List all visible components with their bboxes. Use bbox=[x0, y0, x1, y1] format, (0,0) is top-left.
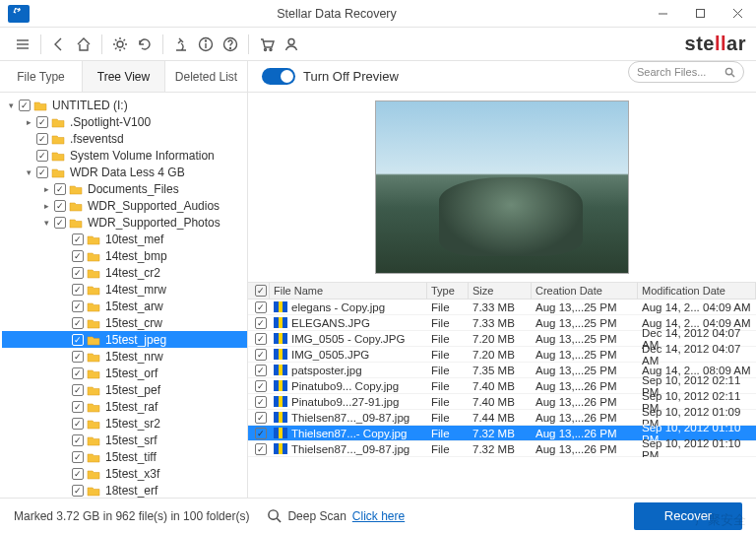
deep-scan-link[interactable]: Click here bbox=[352, 509, 405, 523]
table-row[interactable]: elegans - Copy.jpgFile7.33 MBAug 13,...2… bbox=[248, 300, 756, 315]
tree-node[interactable]: 14test_mrw bbox=[2, 281, 247, 298]
column-headers[interactable]: File Name Type Size Creation Date Modifi… bbox=[248, 283, 756, 300]
tree-checkbox[interactable] bbox=[72, 418, 84, 430]
row-checkbox[interactable] bbox=[255, 412, 267, 424]
tree-node[interactable]: 15test_srf bbox=[2, 432, 247, 448]
cart-icon[interactable] bbox=[256, 33, 278, 55]
tree-node[interactable]: 15test_jpeg bbox=[2, 331, 247, 348]
tree-checkbox[interactable] bbox=[54, 217, 66, 229]
tree-checkbox[interactable] bbox=[72, 250, 84, 262]
col-created[interactable]: Creation Date bbox=[532, 283, 638, 299]
close-button[interactable] bbox=[719, 0, 756, 27]
twist-icon[interactable]: ▾ bbox=[41, 218, 51, 228]
tree-checkbox[interactable] bbox=[54, 183, 66, 195]
tree-checkbox[interactable] bbox=[72, 284, 84, 296]
col-modified[interactable]: Modification Date bbox=[638, 283, 756, 299]
tree-checkbox[interactable] bbox=[72, 317, 84, 329]
row-checkbox[interactable] bbox=[255, 317, 267, 329]
home-icon[interactable] bbox=[73, 33, 94, 55]
tab-file-type[interactable]: File Type bbox=[0, 61, 83, 92]
maximize-button[interactable] bbox=[681, 0, 719, 27]
tree-checkbox[interactable] bbox=[72, 334, 84, 346]
tree-node[interactable]: .fseventsd bbox=[2, 130, 247, 147]
tree-checkbox[interactable] bbox=[36, 116, 48, 128]
row-checkbox[interactable] bbox=[255, 365, 267, 376]
tree-node[interactable]: ▾WDR Data Less 4 GB bbox=[2, 164, 247, 180]
row-checkbox[interactable] bbox=[255, 349, 267, 361]
twist-icon[interactable]: ▾ bbox=[24, 167, 33, 177]
folder-tree[interactable]: ▾UNTITLED (I:)▸.Spotlight-V100.fseventsd… bbox=[0, 93, 248, 498]
tree-checkbox[interactable] bbox=[72, 451, 84, 463]
tree-checkbox[interactable] bbox=[72, 351, 84, 363]
tree-checkbox[interactable] bbox=[72, 434, 84, 446]
tree-checkbox[interactable] bbox=[54, 200, 66, 212]
twist-icon[interactable]: ▸ bbox=[24, 117, 33, 127]
tab-tree-view[interactable]: Tree View bbox=[83, 61, 165, 92]
tree-checkbox[interactable] bbox=[72, 267, 84, 279]
user-icon[interactable] bbox=[281, 33, 302, 55]
tree-node[interactable]: 15test_crw bbox=[2, 314, 247, 331]
tree-node[interactable]: 15test_nrw bbox=[2, 348, 247, 365]
info-icon[interactable] bbox=[195, 33, 217, 55]
help-icon[interactable] bbox=[220, 33, 241, 55]
recover-button[interactable]: Recover bbox=[634, 502, 742, 530]
table-row[interactable]: IMG_0505.JPGFile7.20 MBAug 13,...25 PMDe… bbox=[248, 347, 756, 363]
tree-node[interactable]: 15test_sr2 bbox=[2, 415, 247, 432]
row-checkbox[interactable] bbox=[255, 380, 267, 392]
row-checkbox[interactable] bbox=[255, 333, 267, 345]
tree-node[interactable]: 15test_raf bbox=[2, 398, 247, 415]
tree-checkbox[interactable] bbox=[36, 133, 48, 145]
tree-checkbox[interactable] bbox=[72, 233, 84, 245]
tree-node[interactable]: 14test_bmp bbox=[2, 247, 247, 264]
tree-label: 14test_mrw bbox=[103, 283, 166, 297]
tree-node[interactable]: System Volume Information bbox=[2, 147, 247, 164]
tree-checkbox[interactable] bbox=[19, 100, 31, 111]
twist-icon[interactable]: ▸ bbox=[41, 201, 51, 211]
title-bar: Stellar Data Recovery bbox=[0, 0, 756, 28]
tree-checkbox[interactable] bbox=[72, 401, 84, 413]
tree-checkbox[interactable] bbox=[72, 384, 84, 396]
twist-icon[interactable]: ▸ bbox=[41, 184, 51, 194]
tree-node[interactable]: 15test_arw bbox=[2, 298, 247, 314]
col-type[interactable]: Type bbox=[427, 283, 469, 299]
preview-toggle[interactable] bbox=[262, 68, 295, 85]
tree-checkbox[interactable] bbox=[72, 468, 84, 480]
gear-icon[interactable] bbox=[109, 33, 131, 55]
tree-node[interactable]: ▾UNTITLED (I:) bbox=[2, 97, 247, 113]
back-icon[interactable] bbox=[48, 33, 70, 55]
table-row[interactable]: Thielsen87..._09-87.jpgFile7.32 MBAug 13… bbox=[248, 441, 756, 457]
tree-checkbox[interactable] bbox=[72, 300, 84, 312]
tree-checkbox[interactable] bbox=[36, 150, 48, 162]
row-checkbox[interactable] bbox=[255, 428, 267, 439]
minimize-button[interactable] bbox=[644, 0, 681, 27]
tree-node[interactable]: ▾WDR_Supported_Photos bbox=[2, 214, 247, 231]
search-placeholder: Search Files... bbox=[637, 66, 706, 78]
file-name: Thielsen87..._09-87.jpg bbox=[291, 443, 410, 455]
twist-icon[interactable]: ▾ bbox=[6, 100, 16, 110]
tree-node[interactable]: 10test_mef bbox=[2, 231, 247, 247]
tab-deleted-list[interactable]: Deleted List bbox=[165, 61, 248, 92]
tree-checkbox[interactable] bbox=[72, 367, 84, 379]
tree-node[interactable]: ▸Documents_Files bbox=[2, 180, 247, 197]
tree-node[interactable]: 15test_tiff bbox=[2, 448, 247, 465]
tree-checkbox[interactable] bbox=[36, 167, 48, 178]
tree-node[interactable]: 15test_pef bbox=[2, 381, 247, 398]
row-checkbox[interactable] bbox=[255, 396, 267, 408]
svg-point-13 bbox=[265, 48, 267, 50]
tree-node[interactable]: 14test_cr2 bbox=[2, 264, 247, 281]
microscope-icon[interactable] bbox=[170, 33, 192, 55]
tree-node[interactable]: 15test_x3f bbox=[2, 465, 247, 482]
tree-node[interactable]: ▸WDR_Supported_Audios bbox=[2, 197, 247, 214]
refresh-icon[interactable] bbox=[134, 33, 156, 55]
col-name[interactable]: File Name bbox=[270, 283, 427, 299]
col-size[interactable]: Size bbox=[469, 283, 532, 299]
search-input[interactable]: Search Files... bbox=[628, 61, 744, 83]
row-checkbox[interactable] bbox=[255, 443, 267, 455]
menu-icon[interactable] bbox=[12, 33, 33, 55]
tree-node[interactable]: ▸.Spotlight-V100 bbox=[2, 113, 247, 130]
select-all-checkbox[interactable] bbox=[255, 285, 267, 297]
tree-node[interactable]: 18test_erf bbox=[2, 482, 247, 498]
tree-checkbox[interactable] bbox=[72, 485, 84, 497]
tree-node[interactable]: 15test_orf bbox=[2, 365, 247, 381]
row-checkbox[interactable] bbox=[255, 301, 267, 313]
